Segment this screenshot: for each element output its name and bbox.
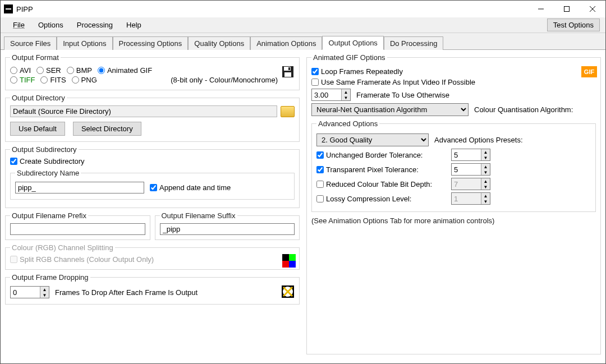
radio-fits[interactable]: FITS (40, 76, 66, 84)
radio-png[interactable]: PNG (72, 76, 97, 84)
gif-options-legend: Animated GIF Options (311, 53, 387, 62)
rgb-splitting-group: Colour (RGB) Channel Splitting Split RGB… (5, 243, 300, 270)
bit-depth-checkbox[interactable]: Reduced Colour Table Bit Depth: (316, 180, 446, 188)
chevron-down-icon[interactable]: ▼ (40, 292, 49, 298)
menu-processing[interactable]: Processing (70, 19, 120, 31)
bit-depth-stepper: ▲▼ (451, 178, 490, 190)
tab-content: Output Format AVI SER BMP Animated GIF T… (1, 49, 605, 363)
output-directory-group: Output Directory Use Default Select Dire… (5, 94, 300, 142)
lossy-compression-checkbox[interactable]: Lossy Compression Level: (316, 195, 446, 203)
frames-to-drop-stepper[interactable]: ▲▼ (10, 286, 49, 298)
titlebar: PIPP (1, 1, 605, 17)
radio-tiff[interactable]: TIFF (10, 76, 35, 84)
chevron-up-icon[interactable]: ▲ (40, 287, 49, 292)
advanced-options-group: Advanced Options 2. Good Quality Advance… (311, 119, 596, 212)
chevron-down-icon[interactable]: ▼ (342, 95, 350, 100)
rgb-splitting-legend: Colour (RGB) Channel Splitting (10, 243, 115, 252)
subdirectory-name-field[interactable] (15, 182, 144, 193)
tab-input-options[interactable]: Input Options (57, 36, 112, 50)
frame-dropping-legend: Output Frame Dropping (10, 273, 90, 282)
transparent-tolerance-stepper[interactable]: ▲▼ (451, 163, 490, 176)
filename-suffix-field[interactable] (160, 223, 295, 235)
output-format-group: Output Format AVI SER BMP Animated GIF T… (5, 53, 300, 90)
close-button[interactable] (580, 1, 605, 17)
frame-dropping-group: Output Frame Dropping ▲▼ Frames To Drop … (5, 273, 300, 305)
quantisation-select[interactable]: Neural-Net Quantisation Algorithm (311, 103, 469, 116)
maximize-button[interactable] (554, 1, 580, 17)
radio-bmp[interactable]: BMP (67, 66, 92, 75)
tab-output-options[interactable]: Output Options (322, 36, 383, 50)
svg-rect-7 (288, 67, 290, 70)
output-subdirectory-group: Output Subdirectory Create Subdirectory … (5, 145, 300, 208)
menu-file[interactable]: File (6, 19, 31, 31)
menu-help[interactable]: Help (120, 19, 148, 31)
filename-suffix-legend: Output Filename Suffix (160, 211, 237, 220)
tab-quality-options[interactable]: Quality Options (188, 36, 250, 50)
chevron-up-icon[interactable]: ▲ (342, 89, 350, 95)
tab-animation-options[interactable]: Animation Options (250, 36, 322, 50)
radio-ser[interactable]: SER (36, 66, 61, 75)
tab-processing-options[interactable]: Processing Options (113, 36, 189, 50)
filename-suffix-group: Output Filename Suffix (155, 211, 300, 240)
save-icon[interactable] (281, 65, 296, 80)
radio-avi[interactable]: AVI (10, 66, 31, 75)
select-directory-button[interactable]: Select Directory (73, 122, 141, 136)
radio-animated-gif[interactable]: Animated GIF (98, 66, 152, 75)
subdirectory-name-legend: Subdirectory Name (15, 169, 81, 177)
test-options-button[interactable]: Test Options (547, 19, 600, 31)
gif-icon: GIF (581, 66, 597, 77)
framerate-stepper[interactable]: ▲▼ (311, 89, 351, 101)
left-column: Output Format AVI SER BMP Animated GIF T… (5, 53, 300, 360)
create-subdirectory-checkbox[interactable]: Create Subdirectory (10, 157, 85, 165)
output-subdirectory-legend: Output Subdirectory (10, 145, 79, 154)
loop-frames-checkbox[interactable]: Loop Frames Repeatedly (311, 67, 403, 76)
border-tolerance-stepper[interactable]: ▲▼ (451, 149, 490, 161)
append-date-checkbox[interactable]: Append date and time (150, 183, 231, 192)
framerate-label: Framerate To Use Otherwise (356, 91, 449, 99)
app-window: PIPP File Options Processing Help Test O… (0, 0, 606, 364)
same-framerate-checkbox[interactable]: Use Same Framerate As Input Video If Pos… (311, 78, 475, 86)
use-default-button[interactable]: Use Default (10, 122, 65, 136)
app-icon (4, 4, 13, 13)
folder-icon[interactable] (281, 106, 295, 117)
split-rgb-checkbox: Split RGB Channels (Colour Output Only) (10, 255, 154, 264)
border-tolerance-checkbox[interactable]: Unchanged Border Tolerance: (316, 151, 446, 159)
rgb-icon (282, 254, 296, 268)
filename-prefix-group: Output Filename Prefix (5, 211, 150, 240)
quantisation-label: Colour Quantisation Algorithm: (474, 105, 573, 114)
minimize-button[interactable] (528, 1, 554, 17)
preset-label: Advanced Options Presets: (434, 136, 523, 144)
transparent-tolerance-checkbox[interactable]: Transparent Pixel Tolerance: (316, 165, 446, 174)
lossy-compression-stepper: ▲▼ (451, 192, 490, 205)
output-format-legend: Output Format (10, 53, 61, 62)
right-column: Animated GIF Options GIF Loop Frames Rep… (306, 53, 601, 360)
tab-source-files[interactable]: Source Files (4, 36, 57, 50)
tab-do-processing[interactable]: Do Processing (384, 36, 444, 50)
output-directory-legend: Output Directory (10, 94, 67, 102)
menu-options[interactable]: Options (31, 19, 70, 31)
frames-to-drop-label: Frames To Drop After Each Frame Is Outpu… (55, 288, 198, 297)
menubar: File Options Processing Help Test Option… (1, 17, 605, 33)
format-note: (8-bit only - Colour/Monochrome) (171, 76, 295, 84)
svg-rect-1 (564, 7, 570, 12)
subdirectory-name-group: Subdirectory Name Append date and time (10, 169, 295, 200)
preset-select[interactable]: 2. Good Quality (316, 133, 429, 146)
drop-icon (281, 285, 296, 300)
output-directory-field (10, 105, 277, 117)
advanced-options-legend: Advanced Options (316, 119, 379, 128)
tabbar: Source Files Input Options Processing Op… (1, 33, 605, 49)
filename-prefix-legend: Output Filename Prefix (10, 211, 88, 220)
animation-note: (See Animation Options Tab for more anim… (311, 216, 596, 225)
window-title: PIPP (16, 5, 33, 13)
filename-prefix-field[interactable] (10, 223, 145, 235)
svg-rect-6 (284, 72, 291, 77)
gif-options-group: Animated GIF Options GIF Loop Frames Rep… (306, 53, 601, 354)
